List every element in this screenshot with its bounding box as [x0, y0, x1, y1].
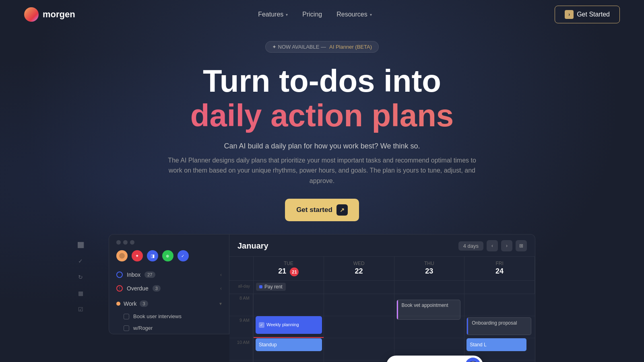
ai-planner-link[interactable]: AI Planner (BETA) [329, 44, 372, 50]
nav-resources[interactable]: Resources ▾ [336, 11, 372, 18]
weekly-planning-event[interactable]: ✓ Weekly planning [256, 316, 322, 334]
book-vet-event[interactable]: Book vet appointment [396, 300, 461, 320]
work-row-left: Work 3 [116, 300, 148, 307]
subtask-w-roger[interactable]: w/Roger [109, 322, 229, 334]
announcement-text: ✦ NOW AVAILABLE — [272, 44, 326, 50]
inbox-row-left: Inbox 27 [116, 272, 155, 278]
cal-col-thu: Book vet appointment TestFlight [394, 294, 465, 362]
hero-title-line2: daily action plans [0, 99, 644, 133]
inbox-label: Inbox [127, 272, 140, 278]
navbar: morgen Features ▾ Pricing Resources ▾ › … [0, 0, 644, 29]
subtask-book-user-interviews[interactable]: Book user interviews [109, 311, 229, 322]
jira-icon[interactable]: ✦ [132, 250, 143, 261]
cal-day-tue: Tue 21 21 [254, 257, 324, 280]
calendar-header: January 4 days ‹ › ⊞ [229, 234, 535, 257]
svg-text:◨: ◨ [151, 253, 155, 258]
calendar-month: January [237, 241, 268, 251]
work-dot-icon [116, 302, 120, 306]
cal-day-name-tue: Tue [258, 261, 319, 266]
sidebar-refresh-icon[interactable]: ↻ [76, 273, 85, 282]
hero-cta-label: Get started [296, 206, 332, 214]
subtask-checkbox-1[interactable] [124, 314, 129, 319]
subtask-checkbox-2[interactable] [124, 325, 129, 331]
features-chevron-icon: ▾ [286, 12, 288, 17]
pay-rent-dot-icon [259, 285, 262, 288]
inbox-count: 27 [144, 272, 155, 278]
features-label: Features [258, 11, 283, 18]
resources-chevron-icon: ▾ [370, 12, 372, 17]
onboarding-event[interactable]: Onboarding proposal [466, 317, 531, 335]
time-11am: 11 AM [229, 360, 253, 362]
window-dot-3 [130, 240, 134, 245]
hero-title: Turn to-dos into daily action plans [0, 64, 644, 133]
task-source-icons: ✦ ◨ ⊕ ✓ [109, 248, 229, 266]
stand-l-label: Stand L [470, 342, 486, 348]
google-tasks-icon[interactable] [116, 250, 128, 261]
sidebar-grid-icon[interactable]: ▦ [76, 289, 85, 298]
calendar-prev-btn[interactable]: ‹ [487, 240, 498, 251]
work-count: 3 [140, 300, 148, 307]
logo-icon [24, 7, 39, 22]
nav-center: Features ▾ Pricing Resources ▾ [258, 11, 372, 18]
inbox-row[interactable]: Inbox 27 ‹ [109, 268, 229, 282]
todoist-icon[interactable]: ✓ [178, 250, 189, 261]
tasks-title-bar [109, 234, 229, 248]
stand-l-event[interactable]: Stand L [466, 338, 526, 351]
nav-pricing[interactable]: Pricing [302, 11, 322, 18]
time-8am: 8 AM [229, 294, 253, 316]
chat-button[interactable]: 💬 [386, 356, 483, 362]
cal-col-wed [324, 294, 394, 362]
overdue-label: Overdue [127, 285, 149, 292]
hero-title-line1: Turn to-dos into [0, 64, 644, 99]
weekly-planning-label: Weekly planning [266, 322, 299, 327]
work-row[interactable]: Work 3 ▾ [109, 297, 229, 311]
book-vet-bar [397, 300, 398, 319]
svg-text:⊕: ⊕ [166, 254, 169, 258]
onboarding-bar [467, 318, 468, 335]
cal-day-fri: Fri 24 [464, 257, 535, 280]
window-dot-2 [123, 240, 128, 245]
cal-col-fri: Onboarding proposal Stand L [464, 294, 535, 362]
overdue-chevron-icon: ‹ [220, 286, 222, 291]
logo[interactable]: morgen [24, 7, 75, 22]
announcement-badge: ✦ NOW AVAILABLE — AI Planner (BETA) [265, 41, 379, 53]
app-preview: ⬜ ✓ ↻ ▦ ☑ ✦ ◨ ⊕ [0, 234, 644, 362]
window-dots [116, 240, 134, 245]
subtask-label-1: Book user interviews [133, 313, 182, 319]
sidebar-window-icon[interactable]: ⬜ [76, 241, 85, 249]
time-indicator [254, 337, 324, 338]
pricing-label: Pricing [302, 11, 322, 18]
cta-label: Get Started [577, 11, 610, 18]
cal-day-name-wed: Wed [329, 261, 389, 266]
standup-event[interactable]: Standup [256, 338, 322, 351]
inbox-chevron-icon: ‹ [220, 272, 222, 278]
all-day-wed [324, 281, 394, 294]
sidebar-check-icon[interactable]: ✓ [76, 257, 85, 265]
cal-day-num-fri: 24 [469, 267, 530, 276]
nav-features[interactable]: Features ▾ [258, 11, 288, 18]
cal-day-badge-tue: 21 [290, 267, 299, 276]
resources-label: Resources [336, 11, 367, 18]
calendar-next-btn[interactable]: › [501, 240, 512, 251]
ms-tasks-icon[interactable]: ◨ [147, 250, 158, 261]
all-day-row: all-day Pay rent [229, 281, 535, 294]
svg-text:✓: ✓ [181, 254, 184, 258]
all-day-thu [394, 281, 465, 294]
onboarding-label: Onboarding proposal [472, 320, 517, 326]
book-vet-label: Book vet appointment [402, 302, 448, 308]
sidebar-tasks-icon[interactable]: ☑ [76, 305, 85, 314]
calendar-today-btn[interactable]: ⊞ [516, 240, 527, 251]
weekly-planning-check-icon: ✓ [259, 322, 264, 328]
nav-cta-button[interactable]: › Get Started [555, 6, 620, 23]
tasks-panel: ✦ ◨ ⊕ ✓ Inbox 27 ‹ [109, 234, 229, 334]
hero-cta-arrow-icon: ↗ [336, 204, 348, 216]
calendar-view-selector[interactable]: 4 days [458, 241, 483, 251]
work-expand-icon: ▾ [219, 301, 222, 306]
overdue-row[interactable]: ! Overdue 3 ‹ [109, 282, 229, 295]
pay-rent-label: Pay rent [264, 284, 283, 290]
hero-subtitle: Can AI build a daily plan for how you wo… [0, 142, 644, 150]
hero-cta-button[interactable]: Get started ↗ [285, 199, 359, 221]
calendar-nav: 4 days ‹ › ⊞ [458, 240, 527, 251]
pay-rent-event[interactable]: Pay rent [256, 283, 286, 291]
asana-icon[interactable]: ⊕ [162, 250, 173, 261]
